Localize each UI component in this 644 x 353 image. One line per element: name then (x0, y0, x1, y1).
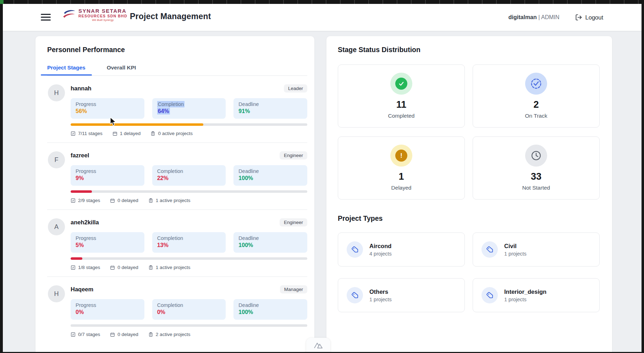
logout-icon (575, 14, 582, 21)
role-badge: Engineer (280, 151, 307, 159)
logo-line2: RESOURCES SDN BHD (78, 14, 127, 18)
personnel-name: hannah (71, 85, 92, 92)
delayed-calendar-icon (112, 131, 117, 136)
logout-button[interactable]: Logout (575, 14, 603, 21)
delayed-label: Delayed (391, 185, 412, 191)
progress-bar (71, 257, 307, 260)
type-name: Interior_design (504, 288, 546, 295)
personnel-row-fazreel[interactable]: F fazreel Engineer Progress 9% Completio… (47, 143, 307, 210)
completed-count: 11 (396, 100, 407, 110)
active-projects-meta: 1 active projects (148, 198, 191, 203)
avatar: A (48, 218, 65, 235)
status-card-not-started[interactable]: 33 Not Started (473, 136, 600, 200)
progress-stat: Progress 5% (71, 232, 144, 253)
role-badge: Leader (284, 84, 307, 93)
clock-icon (530, 150, 542, 162)
active-projects-meta: 1 active projects (148, 265, 191, 270)
delayed-meta: 0 delayed (110, 265, 138, 270)
personnel-name: fazreel (71, 152, 89, 159)
watermark-badge (306, 338, 330, 352)
delayed-calendar-icon (110, 265, 115, 270)
delayed-calendar-icon (110, 198, 115, 203)
progress-stat: Progress 0% (71, 299, 144, 320)
type-name: Civil (504, 243, 527, 250)
company-logo: SYNAR SETARA RESOURCES SDN BHD We Built … (62, 8, 127, 22)
personnel-performance-title: Personnel Performance (47, 46, 307, 54)
username: digitalman (508, 14, 537, 20)
on-track-label: On Track (525, 113, 547, 119)
type-count: 1 projects (504, 251, 527, 257)
tab-overall-kpi[interactable]: Overall KPI (107, 65, 136, 75)
user-role: ADMIN (541, 14, 560, 20)
tab-project-stages[interactable]: Project Stages (47, 65, 86, 75)
progress-bar (71, 190, 307, 193)
logout-label: Logout (585, 14, 603, 21)
delayed-calendar-icon (110, 332, 115, 337)
type-card-aircond[interactable]: Aircond 4 projects (338, 232, 465, 267)
menu-hamburger-icon[interactable] (41, 14, 51, 21)
timeline-marker (0, 0, 4, 4)
type-count: 4 projects (369, 251, 392, 257)
avatar: F (48, 151, 65, 168)
deadline-stat: Deadline 100% (233, 165, 307, 186)
delayed-count: 1 (398, 172, 404, 181)
active-clipboard-icon (148, 198, 153, 203)
app-screen: SYNAR SETARA RESOURCES SDN BHD We Built … (3, 4, 642, 352)
deadline-stat: Deadline 100% (233, 232, 307, 253)
logo-swoosh-icon (62, 9, 76, 21)
tag-icon (351, 246, 359, 253)
logo-line1: SYNAR SETARA (78, 8, 127, 13)
delayed-meta: 1 delayed (112, 131, 141, 136)
not-started-count: 33 (531, 172, 541, 181)
avatar: H (48, 285, 65, 302)
active-clipboard-icon (148, 332, 153, 337)
type-card-civil[interactable]: Civil 1 projects (473, 232, 600, 267)
personnel-row-haqeem[interactable]: H Haqeem Manager Progress 0% Completion … (47, 277, 307, 343)
type-name: Aircond (369, 243, 392, 250)
active-clipboard-icon (150, 131, 155, 136)
deadline-stat: Deadline 91% (233, 98, 307, 119)
personnel-tabs: Project Stages Overall KPI (47, 65, 307, 75)
completed-label: Completed (388, 113, 415, 119)
deadline-stat: Deadline 100% (233, 299, 307, 320)
alert-circle-icon: ! (395, 150, 407, 162)
project-types-title: Project Types (338, 214, 600, 223)
video-timeline-strip (0, 0, 644, 4)
type-count: 1 projects (504, 297, 546, 302)
progress-stat: Progress 9% (71, 165, 144, 186)
stage-status-title: Stage Status Distribution (338, 46, 600, 54)
stages-meta: 0/7 stages (71, 332, 100, 337)
stages-meta: 7/11 stages (71, 131, 103, 136)
tag-icon (351, 291, 359, 299)
page-title: Project Management (130, 12, 211, 21)
personnel-row-hannah[interactable]: H hannah Leader Progress 56% Completion … (47, 76, 307, 143)
ontrack-badge-icon (530, 77, 543, 90)
status-card-completed[interactable]: 11 Completed (338, 65, 465, 128)
active-projects-meta: 0 active projects (150, 131, 193, 136)
progress-bar (71, 123, 307, 126)
mouse-cursor (109, 117, 117, 126)
personnel-row-aneh2killa[interactable]: A aneh2killa Engineer Progress 5% Comple… (47, 210, 307, 277)
stages-checkbox-icon (71, 265, 76, 270)
completion-stat: Completion 0% (152, 299, 226, 320)
type-card-others[interactable]: Others 1 projects (338, 278, 465, 312)
personnel-name: Haqeem (71, 286, 93, 293)
type-card-interior-design[interactable]: Interior_design 1 projects (473, 278, 600, 312)
status-card-delayed[interactable]: ! 1 Delayed (338, 136, 465, 200)
on-track-count: 2 (533, 100, 539, 110)
delayed-meta: 0 delayed (110, 198, 138, 203)
type-name: Others (369, 288, 392, 295)
completion-stat: Completion 22% (152, 165, 226, 186)
avatar: H (48, 84, 65, 101)
user-role-label: digitalman | ADMIN (508, 14, 560, 21)
check-circle-icon (395, 78, 407, 90)
active-clipboard-icon (148, 265, 153, 270)
stages-meta: 1/8 stages (71, 265, 100, 270)
personnel-name: aneh2killa (71, 219, 99, 226)
stages-checkbox-icon (71, 131, 76, 136)
tag-icon (486, 291, 494, 299)
completion-stat: Completion 13% (152, 232, 226, 253)
stage-status-panel: Stage Status Distribution 11 Completed (326, 36, 612, 352)
status-card-on-track[interactable]: 2 On Track (473, 65, 600, 128)
not-started-label: Not Started (522, 185, 550, 191)
